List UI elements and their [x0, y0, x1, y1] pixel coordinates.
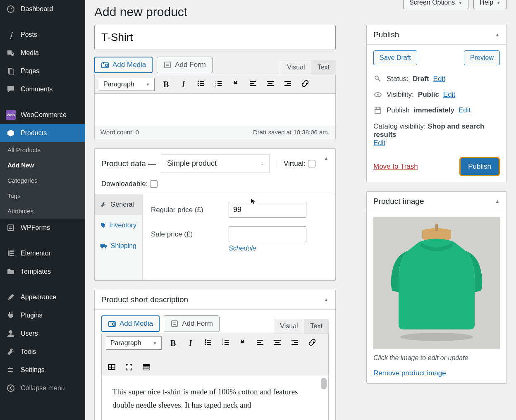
- chevron-down-icon: ⌄: [260, 161, 264, 166]
- form-icon: [163, 61, 172, 69]
- svg-rect-51: [172, 321, 177, 327]
- link-button[interactable]: [306, 338, 318, 348]
- tab-text-2[interactable]: Text: [304, 319, 329, 334]
- sidebar-item-woocommerce[interactable]: WooWooCommerce: [0, 106, 85, 124]
- edit-catalog-link[interactable]: Edit: [373, 139, 385, 147]
- add-media-button-2[interactable]: Add Media: [101, 315, 160, 332]
- help-button[interactable]: Help▼: [473, 0, 507, 9]
- brush-icon: [6, 292, 16, 302]
- sidebar-item-posts[interactable]: Posts: [0, 26, 85, 44]
- sale-price-input[interactable]: [229, 226, 306, 242]
- align-left-button[interactable]: [254, 338, 266, 348]
- toggle-icon[interactable]: ▲: [495, 32, 500, 38]
- sidebar-item-settings[interactable]: Settings: [0, 361, 85, 379]
- number-list-button[interactable]: 123: [220, 338, 231, 348]
- align-center-button[interactable]: [265, 79, 276, 90]
- downloadable-checkbox[interactable]: Downloadable:: [101, 180, 329, 188]
- edit-publish-date-link[interactable]: Edit: [459, 106, 471, 115]
- toggle-icon[interactable]: ▲: [495, 198, 500, 204]
- chevron-down-icon: ▼: [146, 82, 150, 87]
- sidebar-item-elementor[interactable]: Elementor: [0, 244, 85, 262]
- align-left-button[interactable]: [247, 79, 259, 90]
- chevron-down-icon: ▼: [497, 0, 501, 5]
- bold-button[interactable]: B: [160, 80, 172, 89]
- svg-rect-21: [165, 62, 170, 68]
- sidebar-item-plugins[interactable]: Plugins: [0, 306, 85, 325]
- align-center-button[interactable]: [272, 338, 283, 348]
- italic-button[interactable]: I: [178, 80, 189, 89]
- tab-visual[interactable]: Visual: [281, 60, 311, 75]
- product-image-preview[interactable]: [373, 217, 500, 349]
- table-button[interactable]: [106, 363, 117, 373]
- collapse-menu[interactable]: Collapse menu: [0, 379, 85, 397]
- svg-point-16: [11, 371, 13, 372]
- sidebar-item-comments[interactable]: Comments: [0, 80, 85, 98]
- add-form-button[interactable]: Add Form: [157, 57, 213, 73]
- tab-shipping[interactable]: Shipping: [95, 236, 142, 256]
- submenu-attributes[interactable]: Attributes: [0, 203, 85, 219]
- remove-product-image-link[interactable]: Remove product image: [373, 369, 446, 377]
- add-form-button-2[interactable]: Add Form: [164, 315, 220, 332]
- italic-button[interactable]: I: [185, 339, 196, 348]
- submenu-all-products[interactable]: All Products: [0, 142, 85, 158]
- product-type-select[interactable]: Simple product⌄: [161, 155, 270, 172]
- preview-button[interactable]: Preview: [464, 50, 500, 65]
- edit-visibility-link[interactable]: Edit: [443, 91, 455, 99]
- sidebar-item-wpforms[interactable]: WPForms: [0, 219, 85, 237]
- word-count: Word count: 0: [100, 129, 139, 136]
- bullet-list-button[interactable]: [195, 79, 207, 90]
- dashboard-icon: [6, 4, 16, 14]
- move-to-trash-link[interactable]: Move to Trash: [373, 162, 418, 171]
- short-desc-editor[interactable]: This super nice t-shirt is made of 100% …: [101, 376, 329, 420]
- product-title-input[interactable]: [94, 25, 336, 50]
- screen-options-button[interactable]: Screen Options▼: [403, 0, 468, 9]
- tab-general[interactable]: General: [95, 194, 142, 215]
- bullet-list-button[interactable]: [202, 338, 214, 348]
- tab-inventory[interactable]: Inventory: [95, 215, 142, 236]
- toggle-icon[interactable]: ▲: [324, 155, 329, 161]
- sidebar-item-products[interactable]: Products: [0, 124, 85, 142]
- publish-button[interactable]: Publish: [459, 157, 500, 176]
- regular-price-input[interactable]: [229, 202, 306, 218]
- scrollbar[interactable]: [321, 378, 327, 389]
- publish-heading: Publish: [373, 30, 399, 39]
- tab-text[interactable]: Text: [311, 60, 336, 75]
- number-list-button[interactable]: 123: [213, 79, 224, 90]
- sidebar-item-media[interactable]: Media: [0, 44, 85, 62]
- svg-point-17: [7, 385, 14, 391]
- submenu-add-new[interactable]: Add New: [0, 158, 85, 173]
- svg-rect-5: [8, 225, 14, 231]
- submenu-tags[interactable]: Tags: [0, 188, 85, 203]
- blockquote-button[interactable]: ❝: [230, 79, 241, 89]
- schedule-link[interactable]: Schedule: [229, 245, 256, 252]
- wpforms-icon: [6, 223, 16, 233]
- blockquote-button[interactable]: ❝: [237, 338, 248, 348]
- virtual-checkbox[interactable]: Virtual:: [284, 160, 315, 168]
- bold-button[interactable]: B: [167, 339, 179, 348]
- save-draft-button[interactable]: Save Draft: [373, 50, 417, 65]
- paragraph-select-2[interactable]: Paragraph▼: [106, 336, 162, 350]
- add-media-button[interactable]: Add Media: [94, 57, 153, 73]
- sale-price-label: Sale price (£): [151, 230, 229, 239]
- paragraph-select[interactable]: Paragraph▼: [99, 78, 155, 91]
- sidebar-item-appearance[interactable]: Appearance: [0, 288, 85, 306]
- elementor-icon: [6, 248, 16, 258]
- sidebar-item-tools[interactable]: Tools: [0, 343, 85, 361]
- link-button[interactable]: [299, 79, 311, 90]
- sidebar-item-pages[interactable]: Pages: [0, 62, 85, 80]
- submenu-categories[interactable]: Categories: [0, 173, 85, 188]
- sidebar-item-dashboard[interactable]: Dashboard: [0, 0, 85, 18]
- sidebar-item-users[interactable]: Users: [0, 325, 85, 343]
- regular-price-label: Regular price (£): [151, 206, 229, 214]
- align-right-button[interactable]: [282, 79, 294, 90]
- edit-status-link[interactable]: Edit: [433, 75, 445, 83]
- editor-content[interactable]: [94, 94, 336, 125]
- svg-point-15: [9, 368, 10, 369]
- tab-visual-2[interactable]: Visual: [274, 319, 304, 334]
- sidebar-item-templates[interactable]: Templates: [0, 262, 85, 281]
- fullscreen-button[interactable]: [123, 363, 135, 373]
- toggle-icon[interactable]: ▲: [324, 297, 329, 303]
- toolbar-toggle-button[interactable]: [141, 363, 152, 373]
- svg-point-25: [198, 83, 199, 84]
- align-right-button[interactable]: [289, 338, 301, 348]
